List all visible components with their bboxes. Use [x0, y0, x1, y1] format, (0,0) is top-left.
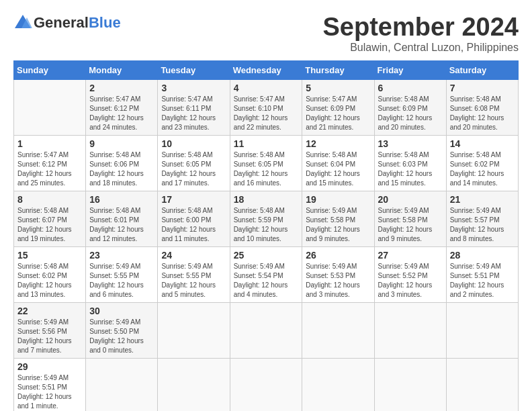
day-info: Sunrise: 5:49 AMSunset: 5:55 PMDaylight:… — [161, 262, 226, 300]
title-section: September 2024 Bulawin, Central Luzon, P… — [323, 13, 519, 54]
calendar-cell — [446, 358, 518, 411]
day-number: 13 — [378, 138, 443, 149]
day-number: 2 — [89, 83, 154, 93]
day-number: 21 — [450, 194, 515, 205]
weekday-header-cell: Saturday — [446, 60, 518, 79]
calendar-row: 1Sunrise: 5:47 AMSunset: 6:12 PMDaylight… — [14, 135, 519, 191]
page-header: GeneralBlue September 2024 Bulawin, Cent… — [13, 13, 519, 54]
day-number: 3 — [161, 83, 226, 93]
calendar-cell: 17Sunrise: 5:48 AMSunset: 6:00 PMDayligh… — [158, 191, 230, 246]
day-number: 12 — [306, 138, 370, 149]
day-info: Sunrise: 5:49 AMSunset: 5:51 PMDaylight:… — [17, 373, 82, 411]
day-info: Sunrise: 5:48 AMSunset: 6:02 PMDaylight:… — [450, 150, 515, 188]
day-number: 25 — [234, 250, 299, 261]
calendar-cell: 8Sunrise: 5:48 AMSunset: 6:07 PMDaylight… — [14, 191, 86, 246]
calendar-cell — [446, 302, 518, 358]
calendar-cell: 20Sunrise: 5:49 AMSunset: 5:58 PMDayligh… — [374, 191, 446, 246]
calendar-body: 2Sunrise: 5:47 AMSunset: 6:12 PMDaylight… — [14, 79, 519, 411]
calendar-cell — [374, 302, 446, 358]
day-info: Sunrise: 5:48 AMSunset: 6:03 PMDaylight:… — [378, 150, 443, 188]
day-number: 23 — [89, 250, 154, 261]
day-number: 15 — [17, 250, 82, 261]
calendar-cell: 21Sunrise: 5:49 AMSunset: 5:57 PMDayligh… — [446, 191, 518, 246]
day-number: 17 — [161, 194, 226, 205]
day-number: 4 — [234, 83, 299, 93]
calendar-cell: 30Sunrise: 5:49 AMSunset: 5:50 PMDayligh… — [86, 302, 158, 358]
day-info: Sunrise: 5:48 AMSunset: 6:00 PMDaylight:… — [161, 206, 226, 244]
calendar-cell: 29Sunrise: 5:49 AMSunset: 5:51 PMDayligh… — [14, 358, 86, 411]
day-number: 8 — [17, 194, 82, 205]
calendar-cell: 19Sunrise: 5:49 AMSunset: 5:58 PMDayligh… — [302, 191, 374, 246]
calendar-cell: 4Sunrise: 5:47 AMSunset: 6:10 PMDaylight… — [230, 79, 302, 135]
day-number: 29 — [17, 361, 82, 372]
logo-general-text: General — [34, 14, 89, 32]
day-number: 11 — [234, 138, 299, 149]
weekday-header-row: SundayMondayTuesdayWednesdayThursdayFrid… — [14, 60, 519, 79]
day-number: 6 — [378, 83, 443, 93]
weekday-header-cell: Sunday — [14, 60, 86, 79]
day-number: 26 — [306, 250, 370, 261]
day-number: 14 — [450, 138, 515, 149]
logo-blue-text: Blue — [89, 14, 121, 32]
weekday-header-cell: Thursday — [302, 60, 374, 79]
calendar-cell: 27Sunrise: 5:49 AMSunset: 5:52 PMDayligh… — [374, 246, 446, 302]
day-info: Sunrise: 5:47 AMSunset: 6:10 PMDaylight:… — [234, 95, 299, 132]
day-info: Sunrise: 5:48 AMSunset: 6:06 PMDaylight:… — [89, 150, 154, 188]
calendar-cell: 26Sunrise: 5:49 AMSunset: 5:53 PMDayligh… — [302, 246, 374, 302]
day-info: Sunrise: 5:48 AMSunset: 6:01 PMDaylight:… — [89, 206, 154, 244]
calendar-cell — [158, 302, 230, 358]
day-info: Sunrise: 5:47 AMSunset: 6:09 PMDaylight:… — [306, 95, 370, 132]
calendar-cell — [158, 358, 230, 411]
logo-icon — [13, 13, 32, 32]
calendar-cell: 23Sunrise: 5:49 AMSunset: 5:55 PMDayligh… — [86, 246, 158, 302]
day-number: 9 — [89, 138, 154, 149]
day-info: Sunrise: 5:49 AMSunset: 5:51 PMDaylight:… — [450, 262, 515, 300]
calendar-row: 15Sunrise: 5:48 AMSunset: 6:02 PMDayligh… — [14, 246, 519, 302]
logo: GeneralBlue — [13, 13, 121, 32]
location-title: Bulawin, Central Luzon, Philippines — [323, 42, 519, 54]
calendar-cell — [86, 358, 158, 411]
day-info: Sunrise: 5:49 AMSunset: 5:53 PMDaylight:… — [306, 262, 370, 300]
day-info: Sunrise: 5:48 AMSunset: 6:02 PMDaylight:… — [17, 262, 82, 300]
day-info: Sunrise: 5:48 AMSunset: 6:07 PMDaylight:… — [17, 206, 82, 244]
weekday-header-cell: Wednesday — [230, 60, 302, 79]
day-info: Sunrise: 5:47 AMSunset: 6:11 PMDaylight:… — [161, 95, 226, 132]
calendar-row: 8Sunrise: 5:48 AMSunset: 6:07 PMDaylight… — [14, 191, 519, 246]
day-number: 20 — [378, 194, 443, 205]
day-info: Sunrise: 5:48 AMSunset: 6:04 PMDaylight:… — [306, 150, 370, 188]
day-number: 5 — [306, 83, 370, 93]
calendar-cell: 25Sunrise: 5:49 AMSunset: 5:54 PMDayligh… — [230, 246, 302, 302]
day-info: Sunrise: 5:47 AMSunset: 6:12 PMDaylight:… — [89, 95, 154, 132]
calendar-cell: 22Sunrise: 5:49 AMSunset: 5:56 PMDayligh… — [14, 302, 86, 358]
calendar-row: 22Sunrise: 5:49 AMSunset: 5:56 PMDayligh… — [14, 302, 519, 358]
weekday-header-cell: Friday — [374, 60, 446, 79]
month-title: September 2024 — [323, 13, 519, 42]
calendar-cell: 28Sunrise: 5:49 AMSunset: 5:51 PMDayligh… — [446, 246, 518, 302]
calendar-cell: 13Sunrise: 5:48 AMSunset: 6:03 PMDayligh… — [374, 135, 446, 191]
calendar-cell: 12Sunrise: 5:48 AMSunset: 6:04 PMDayligh… — [302, 135, 374, 191]
calendar-cell: 24Sunrise: 5:49 AMSunset: 5:55 PMDayligh… — [158, 246, 230, 302]
calendar-cell: 11Sunrise: 5:48 AMSunset: 6:05 PMDayligh… — [230, 135, 302, 191]
calendar-cell — [302, 358, 374, 411]
calendar-cell: 10Sunrise: 5:48 AMSunset: 6:05 PMDayligh… — [158, 135, 230, 191]
calendar-cell: 3Sunrise: 5:47 AMSunset: 6:11 PMDaylight… — [158, 79, 230, 135]
day-info: Sunrise: 5:49 AMSunset: 5:54 PMDaylight:… — [234, 262, 299, 300]
day-number: 22 — [17, 306, 82, 316]
day-info: Sunrise: 5:49 AMSunset: 5:58 PMDaylight:… — [306, 206, 370, 244]
calendar-cell: 7Sunrise: 5:48 AMSunset: 6:08 PMDaylight… — [446, 79, 518, 135]
calendar-cell: 15Sunrise: 5:48 AMSunset: 6:02 PMDayligh… — [14, 246, 86, 302]
calendar-cell — [302, 302, 374, 358]
calendar-cell — [374, 358, 446, 411]
calendar-row: 29Sunrise: 5:49 AMSunset: 5:51 PMDayligh… — [14, 358, 519, 411]
calendar-row: 2Sunrise: 5:47 AMSunset: 6:12 PMDaylight… — [14, 79, 519, 135]
day-info: Sunrise: 5:49 AMSunset: 5:58 PMDaylight:… — [378, 206, 443, 244]
calendar-cell: 9Sunrise: 5:48 AMSunset: 6:06 PMDaylight… — [86, 135, 158, 191]
weekday-header-cell: Tuesday — [158, 60, 230, 79]
calendar-cell: 6Sunrise: 5:48 AMSunset: 6:09 PMDaylight… — [374, 79, 446, 135]
day-number: 28 — [450, 250, 515, 261]
calendar-cell: 5Sunrise: 5:47 AMSunset: 6:09 PMDaylight… — [302, 79, 374, 135]
calendar-table: SundayMondayTuesdayWednesdayThursdayFrid… — [13, 60, 519, 411]
day-info: Sunrise: 5:48 AMSunset: 6:09 PMDaylight:… — [378, 95, 443, 132]
calendar-cell: 14Sunrise: 5:48 AMSunset: 6:02 PMDayligh… — [446, 135, 518, 191]
day-number: 27 — [378, 250, 443, 261]
